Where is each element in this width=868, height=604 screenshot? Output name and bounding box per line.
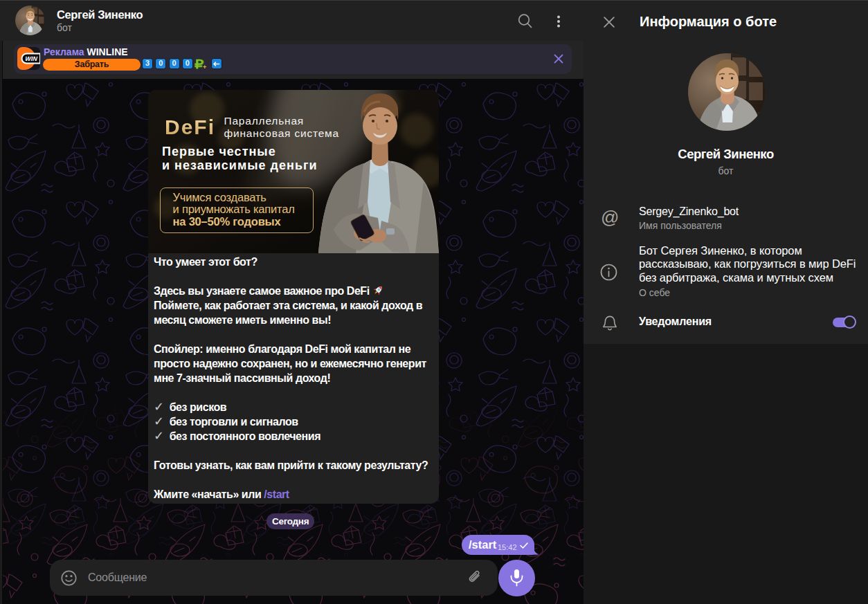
svg-text:WIN: WIN: [25, 55, 38, 62]
